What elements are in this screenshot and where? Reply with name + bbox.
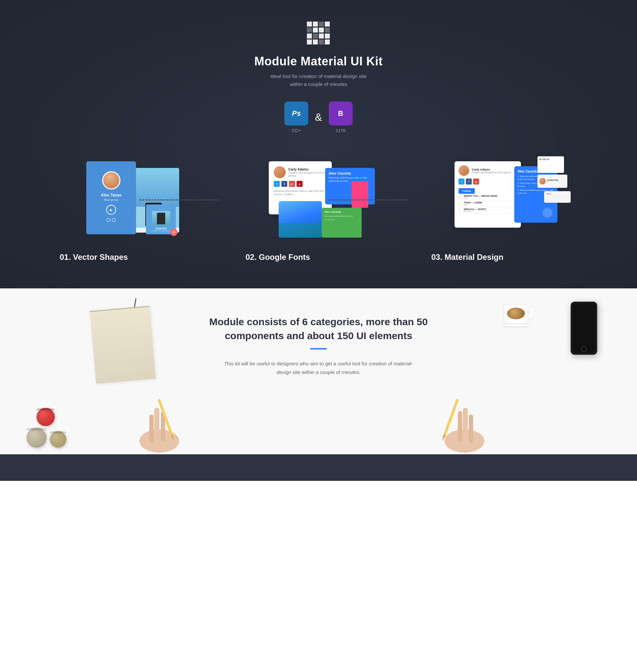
avatar-1 [102, 171, 121, 189]
card-main-1: Alex Texas Blue group ▶ [86, 161, 136, 234]
hero-subtitle: Ideal tool for creation of material desi… [270, 72, 367, 88]
can-gold [50, 431, 66, 448]
coffee-saucer [503, 323, 529, 327]
facebook-icon[interactable]: f [281, 181, 287, 187]
coffee-liquid [507, 308, 525, 319]
bs-version: 1170 [336, 128, 345, 133]
facebook-icon-3[interactable]: f [466, 179, 472, 184]
gplus-icon-3[interactable]: g [473, 179, 479, 184]
can-red [36, 408, 55, 426]
feature3-preview: Carly Adams creative web designer & UX/U… [455, 160, 554, 239]
svg-rect-9 [313, 34, 318, 38]
hero-section: Module Material UI Kit Ideal tool for cr… [0, 0, 637, 288]
svg-rect-12 [307, 39, 312, 44]
svg-rect-6 [319, 28, 324, 33]
svg-rect-14 [319, 39, 324, 44]
hand-left-decoration [126, 381, 193, 454]
twitter-icon[interactable]: t [274, 181, 280, 187]
avatar-2 [274, 166, 286, 178]
svg-rect-23 [463, 408, 468, 441]
coffee-decoration [501, 305, 531, 335]
can-silver [26, 428, 47, 448]
play-button[interactable]: ▶ [106, 205, 116, 215]
feature1-label: 01. Vector Shapes [40, 253, 128, 262]
svg-rect-5 [313, 28, 318, 33]
svg-rect-13 [313, 39, 318, 44]
notebook-decoration [90, 306, 156, 384]
svg-rect-24 [458, 411, 462, 441]
ws-description: This kit will be useful to designers who… [219, 359, 418, 376]
twitter-icon-3[interactable]: t [458, 179, 465, 184]
bootstrap-badge: B 1170 [329, 102, 353, 133]
ws-divider [310, 348, 327, 349]
feature2-label: 02. Google Fonts [225, 253, 310, 262]
svg-rect-7 [325, 28, 330, 33]
feature2-preview: Carly Adams creative web designer & UX/U… [269, 160, 368, 239]
svg-rect-25 [469, 415, 473, 443]
svg-rect-11 [325, 34, 330, 38]
mock-material-design: Carly Adams creative web designer & UX/U… [455, 161, 554, 238]
plus-button-1[interactable]: + [170, 229, 178, 236]
ps-icon: Ps [284, 102, 308, 125]
hero-title: Module Material UI Kit [254, 54, 383, 68]
dark-footer [0, 454, 637, 481]
googleplus-icon[interactable]: g+ [289, 181, 295, 187]
song-item-6: 6 TEAM — LORDEPop [458, 200, 517, 207]
svg-rect-1 [313, 22, 318, 26]
feature-vector-shapes: Alex Texas Blue group ▶ Small bird [40, 160, 225, 262]
coffee-handle [528, 308, 532, 316]
svg-rect-2 [319, 22, 324, 26]
coffee-cup [504, 305, 528, 323]
features-row: Alex Texas Blue group ▶ Small bird [0, 160, 637, 262]
pinterest-icon[interactable]: p [297, 181, 303, 187]
social-row-3: t f g [458, 179, 517, 184]
feature-google-fonts: Carly Adams creative web designer & UX/U… [225, 160, 412, 262]
ws-title: Module consists of 6 categories, more th… [202, 315, 435, 343]
profile-card-3: Carly Adams creative web designer & UX/U… [455, 161, 521, 228]
svg-rect-15 [325, 39, 330, 44]
song-item-7: 7 MIRACLE — HURTSPop Pop [458, 207, 517, 214]
svg-rect-10 [319, 34, 324, 38]
ps-version: CC+ [292, 128, 301, 133]
accent-card-2 [352, 181, 368, 208]
ampersand-symbol: & [315, 111, 322, 124]
feature-material-design: Carly Adams creative web designer & UX/U… [412, 160, 597, 262]
avatar-3 [458, 165, 469, 176]
logo [305, 20, 332, 48]
bubble-decoration [543, 208, 552, 218]
song-list: 5 MARRY YOU — BRUNO MARSPop 6 TEAM — LOR… [458, 194, 517, 214]
svg-rect-8 [307, 34, 312, 38]
svg-rect-3 [325, 22, 330, 26]
song-item-5: 5 MARRY YOU — BRUNO MARSPop [458, 194, 517, 200]
white-section: Module consists of 6 categories, more th… [0, 288, 637, 454]
photo-card-2 [279, 201, 322, 238]
svg-rect-19 [149, 415, 153, 443]
green-card-2: Alex Cassidy Maecenas pellentesque nulla… [322, 208, 362, 238]
bs-icon: B [329, 102, 353, 125]
badges-row: Ps CC+ & B 1170 [284, 102, 352, 133]
photoshop-badge: Ps CC+ [284, 102, 308, 133]
feature3-label: 03. Material Design [412, 253, 503, 262]
svg-rect-17 [154, 408, 159, 441]
card-thumb-1: Small bird creative web designer + [146, 204, 176, 234]
follow-button[interactable]: Follow [458, 188, 475, 194]
hand-right-decoration [431, 381, 498, 454]
svg-rect-4 [307, 28, 312, 33]
phone-decoration [571, 302, 597, 355]
svg-rect-0 [307, 22, 312, 26]
social-icons-2: t f g+ p [274, 181, 327, 187]
feature1-preview: Alex Texas Blue group ▶ Small bird [86, 160, 179, 239]
